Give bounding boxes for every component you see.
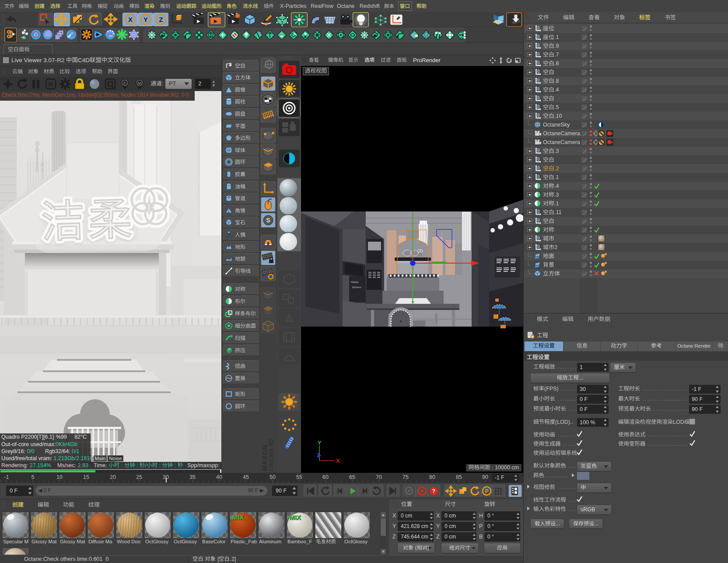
svg-text:R: R [49,81,53,88]
svg-text:0: 0 [537,244,540,249]
svg-text:0: 0 [537,95,540,100]
svg-text:M: M [138,81,141,85]
svg-text:Y: Y [144,16,148,23]
svg-text:0: 0 [537,165,540,170]
svg-text:0: 0 [537,218,540,223]
svg-text:Y: Y [318,440,322,446]
svg-text:S: S [266,217,270,224]
svg-text:?: ? [432,488,435,494]
svg-text:P: P [485,488,488,494]
svg-text:0: 0 [537,52,540,56]
svg-text:0: 0 [537,148,540,153]
svg-text:0: 0 [537,209,540,214]
svg-text:0: 0 [537,25,540,30]
svg-text:X: X [128,16,133,23]
svg-text:0: 0 [537,87,540,91]
svg-text:Z: Z [159,16,163,23]
svg-text:0: 0 [537,113,540,118]
svg-text:Happy: Happy [351,281,359,283]
svg-text:0: 0 [537,60,540,65]
svg-text:0: 0 [537,69,540,74]
svg-text:0: 0 [537,157,540,162]
svg-text:0: 0 [537,104,540,109]
svg-text:0: 0 [537,236,540,240]
svg-text:0: 0 [537,174,540,179]
svg-text:X: X [336,457,340,464]
svg-text:Dinners: Dinners [352,286,361,289]
svg-text:0: 0 [537,34,540,39]
svg-text:0: 0 [537,78,540,83]
svg-text:0: 0 [537,43,540,48]
svg-text:Z: Z [317,452,320,458]
svg-text:F: F [123,81,126,85]
